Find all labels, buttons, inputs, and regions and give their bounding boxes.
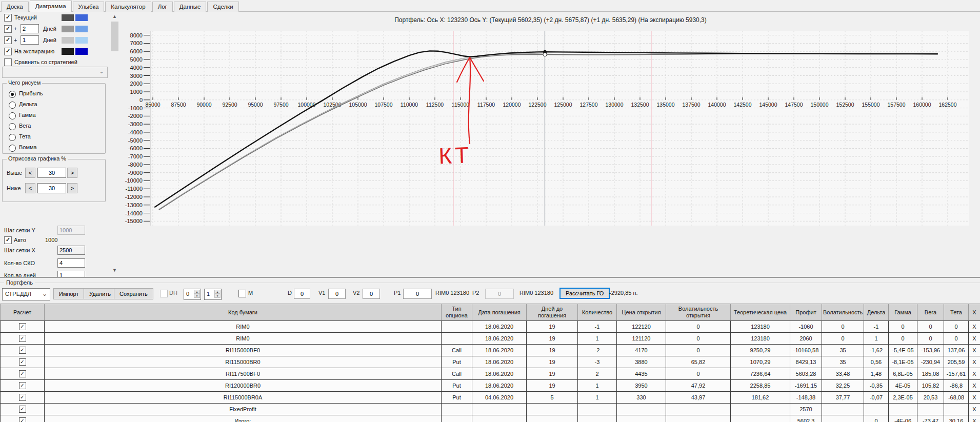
compare-strategy-select[interactable]: ⌄ (2, 67, 108, 78)
svg-text:125000: 125000 (554, 102, 572, 108)
column-header-Волатильность открытия[interactable]: Волатильность открытия (666, 304, 731, 321)
tab-Данные[interactable]: Данные (174, 2, 207, 12)
radio-Гамма[interactable] (9, 112, 16, 119)
column-header-Волатильность[interactable]: Волатильность (822, 304, 864, 321)
cell-option-type: Put (442, 356, 472, 368)
radio-Вега[interactable] (9, 123, 16, 130)
sidebar-scrollbar[interactable]: ▲ ▼ (110, 12, 119, 275)
compare-strategy-checkbox[interactable]: ✓ (4, 58, 12, 66)
cell-gamma (889, 404, 917, 415)
tab-Улыбка[interactable]: Улыбка (73, 2, 105, 12)
row-calc-checkbox[interactable]: ✓ (19, 323, 26, 330)
column-header-Гамма[interactable]: Гамма (889, 304, 917, 321)
v1-input[interactable] (328, 289, 346, 299)
above-decrement-button[interactable]: < (25, 168, 35, 178)
row-close-button[interactable]: X (969, 345, 980, 356)
scrollbar-thumb[interactable] (111, 22, 118, 51)
cell-maturity-date: 18.06.2020 (472, 368, 527, 380)
row-calc-checkbox[interactable]: ✓ (19, 406, 26, 413)
below-decrement-button[interactable]: < (25, 183, 35, 193)
below-increment-button[interactable]: > (67, 183, 77, 193)
plus1-days-input[interactable] (21, 35, 39, 45)
column-header-Теоретическая цена[interactable]: Теоретическая цена (731, 304, 790, 321)
p1-ticker-hint: RIM0 123180 (435, 290, 469, 296)
m-checkbox[interactable]: ✓ (238, 290, 246, 297)
row-close-button[interactable]: X (969, 368, 980, 380)
tab-Сделки[interactable]: Сделки (207, 2, 238, 12)
column-header-Дней до погашения[interactable]: Дней до погашения (527, 304, 578, 321)
row-calc-checkbox[interactable]: ✓ (19, 382, 26, 389)
row-close-button[interactable]: X (969, 392, 980, 404)
dh-spinner-2[interactable]: 1 ▲▼ (204, 289, 222, 300)
sko-count-input[interactable] (57, 258, 85, 268)
radio-Вомма[interactable] (9, 145, 16, 152)
radio-Прибыль[interactable] (9, 91, 16, 98)
column-header-Профит[interactable]: Профит (790, 304, 822, 321)
row-calc-checkbox[interactable]: ✓ (19, 394, 26, 401)
save-button[interactable]: Сохранить (114, 288, 153, 299)
plus1-days-checkbox[interactable]: ✓ (4, 36, 12, 44)
horizontal-splitter[interactable] (0, 277, 980, 278)
spinner-arrows-icon[interactable]: ▲▼ (194, 290, 200, 298)
column-header-Дата погашения[interactable]: Дата погашения (472, 304, 527, 321)
cell-theor-price: 123180 (731, 321, 790, 333)
row-close-button[interactable]: X (969, 404, 980, 415)
delete-button[interactable]: Удалить (84, 288, 116, 299)
grid-step-y-input[interactable] (57, 226, 85, 235)
scroll-down-icon[interactable]: ▼ (110, 266, 119, 275)
row-calc-checkbox[interactable]: ✓ (19, 358, 26, 366)
above-input[interactable] (37, 168, 66, 178)
cell-days-to-maturity: 19 (527, 368, 578, 380)
spinner-arrows-icon[interactable]: ▲▼ (214, 290, 221, 298)
p1-input[interactable] (403, 289, 432, 299)
p2-input[interactable] (485, 289, 514, 299)
row-close-button[interactable]: X (969, 333, 980, 345)
cell-volatility: 32,25 (822, 380, 864, 392)
row-calc-checkbox[interactable]: ✓ (19, 417, 26, 422)
column-header-Дельта[interactable]: Дельта (864, 304, 889, 321)
row-close-button[interactable]: X (969, 415, 980, 422)
row-calc-checkbox[interactable]: ✓ (19, 347, 26, 354)
row-close-button[interactable]: X (969, 321, 980, 333)
column-header-Тип опциона[interactable]: Тип опциона (442, 304, 472, 321)
below-input[interactable] (37, 183, 66, 193)
grid-step-x-input[interactable] (57, 246, 85, 255)
radio-Дельта[interactable] (9, 102, 16, 109)
above-increment-button[interactable]: > (67, 168, 77, 178)
tab-Доска[interactable]: Доска (1, 2, 29, 12)
dh-checkbox[interactable]: ✓ (160, 290, 168, 297)
days-count-input[interactable] (57, 271, 85, 277)
row-calc-checkbox[interactable]: ✓ (19, 335, 26, 342)
row-close-button[interactable]: X (969, 356, 980, 368)
row-close-button[interactable]: X (969, 380, 980, 392)
radio-Тета[interactable] (9, 134, 16, 141)
calculate-go-button[interactable]: Рассчитать ГО (559, 288, 610, 299)
strategy-select[interactable]: СТРЕДДЛ ⌄ (2, 288, 50, 300)
tab-Калькулятор[interactable]: Калькулятор (105, 2, 151, 12)
plus2-days-checkbox[interactable]: ✓ (4, 25, 12, 33)
column-header-Тета[interactable]: Тета (944, 304, 969, 321)
svg-text:2000: 2000 (130, 81, 143, 87)
column-header-Количество[interactable]: Количество (578, 304, 617, 321)
column-header-Код бумаги[interactable]: Код бумаги (45, 304, 442, 321)
auto-checkbox[interactable]: ✓ (4, 236, 12, 244)
cell-delta: -1 (864, 321, 889, 333)
tab-Диаграмма[interactable]: Диаграмма (30, 1, 72, 12)
svg-text:112500: 112500 (426, 102, 444, 108)
svg-text:132500: 132500 (631, 102, 649, 108)
v2-input[interactable] (363, 289, 380, 299)
tab-Лог[interactable]: Лог (152, 2, 173, 12)
column-header-Цена открытия[interactable]: Цена открытия (617, 304, 666, 321)
expiration-checkbox[interactable]: ✓ (4, 48, 12, 55)
plus2-days-input[interactable] (21, 24, 39, 33)
row-calc-checkbox[interactable]: ✓ (19, 370, 26, 377)
cell-volatility: 0 (822, 333, 864, 345)
column-header-Вега[interactable]: Вега (917, 304, 944, 321)
dh-spinner-1[interactable]: 0 ▲▼ (184, 289, 201, 300)
column-header-Расчет[interactable]: Расчет (1, 304, 45, 321)
current-checkbox[interactable]: ✓ (4, 14, 12, 22)
d-input[interactable] (294, 289, 310, 299)
column-header-X[interactable]: X (969, 304, 980, 321)
import-button[interactable]: Импорт (53, 288, 84, 299)
scroll-up-icon[interactable]: ▲ (110, 12, 119, 21)
